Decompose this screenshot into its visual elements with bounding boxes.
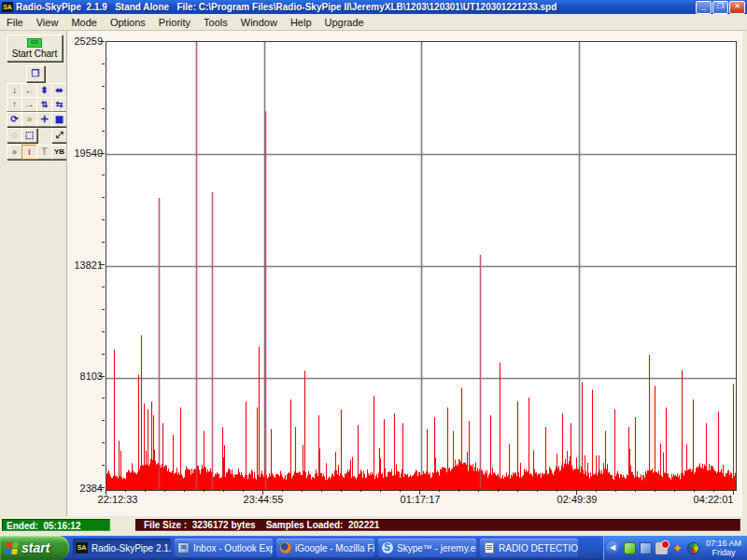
taskbar: start SA Radio-SkyPipe 2.1.... ✉ Inbox -…: [0, 536, 747, 560]
region-select-button[interactable]: ⬚: [21, 128, 37, 143]
tick-mark: [102, 442, 105, 443]
circle-select-button[interactable]: ◌: [7, 128, 22, 143]
minimize-button[interactable]: _: [696, 1, 712, 14]
task-radio-detection-doc[interactable]: RADIO DETECTION ...: [480, 539, 578, 557]
scroll-right-button[interactable]: →: [21, 97, 37, 112]
y-tick-label: 2384: [69, 483, 103, 494]
menu-tools[interactable]: Tools: [197, 16, 234, 29]
expand-horizontal-button[interactable]: ⬌: [51, 83, 67, 98]
menu-view[interactable]: View: [30, 16, 65, 29]
status-bar: Ended: 05:16:12 File Size : 3236172 byte…: [0, 516, 747, 536]
tick-mark: [102, 309, 105, 310]
x-tick-label: 23:44:55: [244, 494, 284, 505]
task-outlook-express[interactable]: ✉ Inbox - Outlook Exp...: [175, 539, 273, 557]
tick-mark: [341, 489, 342, 492]
tick-mark: [635, 489, 636, 492]
firefox-icon: [280, 542, 291, 553]
menu-options[interactable]: Options: [104, 16, 152, 29]
start-button[interactable]: start: [0, 536, 69, 560]
tick-mark: [419, 489, 420, 495]
scroll-up-icon: ↑: [12, 99, 17, 110]
export-chart-icon: ⤢: [56, 130, 63, 141]
menu-help[interactable]: Help: [284, 16, 318, 29]
record-button[interactable]: ●: [7, 145, 22, 160]
swirl-orb-tray-icon[interactable]: [687, 542, 699, 554]
expand-vertical-button[interactable]: ⬍: [36, 83, 52, 98]
tick-mark: [360, 489, 361, 492]
tick-mark: [145, 489, 146, 492]
tray-clock[interactable]: 07:16 AM Friday: [706, 539, 741, 557]
tick-mark: [99, 41, 105, 42]
tick-mark: [184, 489, 185, 492]
start-label: start: [21, 540, 49, 555]
fast-forward-icon: »: [27, 114, 33, 125]
tick-mark: [102, 175, 105, 175]
task-label: Skype™ - jeremy.ex...: [397, 543, 476, 553]
tick-mark: [694, 489, 695, 492]
yb-button[interactable]: YB: [51, 145, 67, 160]
y-tick-label: 25259: [69, 35, 103, 47]
green-app-tray-icon[interactable]: [624, 542, 636, 554]
title-bar[interactable]: SA Radio-SkyPipe 2.1.9 Stand Alone File:…: [0, 0, 747, 14]
clock-time: 07:16 AM: [706, 539, 741, 548]
tick-mark: [458, 489, 459, 492]
grid-icon: ▦: [55, 114, 63, 125]
scroll-left-button[interactable]: ←: [21, 83, 37, 98]
radio-skypipe-window: SA Radio-SkyPipe 2.1.9 Stand Alone File:…: [0, 0, 747, 560]
close-button[interactable]: ✕: [729, 1, 745, 14]
start-chart-button[interactable]: GO Start Chart: [7, 35, 63, 62]
menu-file[interactable]: File: [0, 16, 30, 29]
package-tray-icon[interactable]: [640, 542, 652, 554]
status-ended: Ended: 05:16:12: [2, 519, 110, 531]
task-label: Inbox - Outlook Exp...: [193, 543, 273, 553]
integration-button[interactable]: I: [21, 145, 37, 160]
go-icon: GO: [27, 38, 42, 48]
refresh-button[interactable]: ⟳: [7, 112, 22, 127]
duplicate-window-button[interactable]: ❒: [26, 65, 45, 82]
circle-select-icon: ◌: [12, 130, 18, 141]
compress-vertical-button[interactable]: ⇅: [36, 97, 52, 112]
tick-mark: [557, 489, 557, 492]
region-select-icon: ⬚: [25, 130, 34, 141]
menu-priority[interactable]: Priority: [152, 16, 197, 29]
tick-mark: [478, 489, 479, 492]
task-radio-skypipe[interactable]: SA Radio-SkyPipe 2.1....: [73, 539, 171, 557]
chart-panel: 25259 19540 13821 8103 2384 22:12:33 23:…: [66, 31, 742, 516]
menu-window[interactable]: Window: [234, 16, 284, 29]
star-tray-icon[interactable]: ✦: [671, 542, 684, 554]
hide-tray-icons-chevron[interactable]: ◀: [606, 541, 619, 554]
tick-mark: [223, 489, 224, 492]
windows-flag-icon: [5, 542, 19, 554]
text-mode-button[interactable]: T: [36, 145, 52, 160]
alert-badge-tray-icon[interactable]: [655, 542, 668, 554]
y-tick-label: 8103: [69, 371, 103, 382]
tick-mark: [102, 63, 105, 64]
tick-mark: [262, 489, 263, 495]
duplicate-window-icon: ❒: [32, 68, 40, 79]
compress-horizontal-button[interactable]: ⇆: [51, 97, 67, 112]
tick-mark: [102, 420, 105, 421]
menu-upgrade[interactable]: Upgrade: [318, 16, 371, 29]
task-skype[interactable]: S Skype™ - jeremy.ex...: [378, 539, 476, 557]
pan-button[interactable]: ✛: [36, 112, 52, 127]
menu-bar: File View Mode Options Priority Tools Wi…: [0, 14, 747, 31]
scroll-left-icon: ←: [25, 85, 35, 96]
scroll-up-button[interactable]: ↑: [7, 97, 22, 112]
tick-mark: [498, 489, 499, 492]
restore-button[interactable]: ❐: [712, 1, 728, 14]
strip-chart-plot[interactable]: [106, 42, 736, 490]
toolbar: GO Start Chart ❒ ↓ ← ⬍ ⬌ ↑ → ⇅ ⇆ ⟳ » ✛ ▦…: [0, 31, 65, 516]
grid-button[interactable]: ▦: [51, 112, 67, 127]
app-icon: SA: [2, 2, 13, 12]
task-label: Radio-SkyPipe 2.1....: [92, 543, 171, 553]
task-firefox[interactable]: iGoogle - Mozilla Fire...: [276, 539, 374, 557]
fast-forward-button[interactable]: »: [21, 112, 37, 127]
tick-mark: [102, 242, 105, 243]
menu-mode[interactable]: Mode: [64, 16, 104, 29]
compress-horizontal-icon: ⇆: [56, 99, 63, 110]
tick-mark: [99, 264, 105, 265]
export-chart-button[interactable]: ⤢: [51, 128, 67, 143]
skypipe-icon: SA: [76, 542, 88, 553]
scroll-down-button[interactable]: ↓: [7, 83, 22, 98]
outlook-icon: ✉: [177, 542, 190, 553]
